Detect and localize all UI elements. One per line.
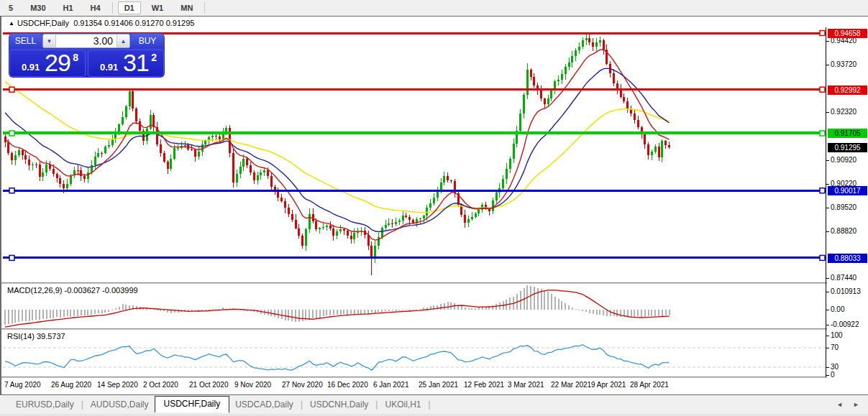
date-axis-label: 16 Dec 2020 (327, 381, 368, 389)
price-tick-label: 0.93720 (831, 60, 856, 68)
buy-price-big: 31 (123, 49, 149, 77)
macd-tick-label: 0.010913 (831, 287, 861, 295)
buy-price-pip: 2 (151, 52, 157, 63)
axis-tick (826, 231, 829, 232)
chart-symbol-period: USDCHF,Daily (17, 19, 69, 27)
price-tick-label: 0.87440 (831, 274, 856, 282)
axis-tick (826, 292, 829, 292)
tab-usdcnh-daily[interactable]: USDCNH,Daily (304, 397, 374, 412)
axis-tick (826, 375, 829, 376)
date-axis-label: 12 Feb 2021 (464, 381, 504, 389)
toolbar-separator (204, 2, 205, 14)
tab-scroll-left-icon[interactable]: ◄ (836, 400, 843, 409)
price-tick-label: 0.94420 (831, 37, 856, 45)
buy-button[interactable]: BUY (131, 34, 164, 48)
axis-tick (826, 278, 829, 279)
chart-ohlc-values: 0.91354 0.91406 0.91270 0.91295 (73, 19, 194, 27)
volume-spinner: ▼ 3.00 ▲ (42, 34, 130, 48)
timeframe-button-5[interactable]: 5 (2, 1, 19, 14)
date-axis-label: 26 Aug 2020 (51, 381, 91, 389)
tab-separator: | (375, 399, 378, 410)
tab-separator: | (301, 399, 303, 410)
date-axis-label: 6 Jan 2021 (373, 381, 409, 389)
sell-price-big: 29 (45, 49, 70, 77)
tab-separator: | (81, 399, 83, 410)
mt4-terminal: 5M30H1H4D1W1MN ▲USDCHF,Daily 0.91354 0.9… (0, 0, 868, 416)
sell-price-prefix: 0.91 (22, 62, 40, 73)
axis-tick (826, 65, 829, 65)
date-axis-label: 7 Aug 2020 (4, 381, 41, 389)
date-axis-label: 9 Apr 2021 (591, 381, 626, 389)
volume-decrease-button[interactable]: ▼ (43, 34, 55, 47)
date-axis-label: 22 Mar 2021 (551, 381, 591, 389)
rsi-tick-label: 100 (831, 331, 843, 339)
rsi-tick-label: 70 (831, 343, 839, 351)
chart-tab-bar: EURUSD,Daily|AUDUSD,DailyUSDCHF,DailyUSD… (0, 396, 868, 413)
date-axis-label: 3 Mar 2021 (508, 381, 544, 389)
toolbar-separator (112, 2, 113, 14)
axis-tick (826, 112, 829, 113)
tab-scroll-right-icon[interactable]: ► (853, 400, 859, 409)
chart-title: ▲USDCHF,Daily 0.91354 0.91406 0.91270 0.… (9, 19, 194, 27)
timeframe-toolbar: 5M30H1H4D1W1MN (0, 0, 868, 15)
macd-tick-label: -0.00922 (831, 320, 859, 328)
price-axis[interactable]: 0.944200.937200.923200.909200.902200.895… (826, 17, 868, 377)
price-badge-0-91705: 0.91705 (828, 129, 867, 138)
date-axis-label: 21 Oct 2020 (189, 381, 228, 389)
tab-separator: | (428, 399, 430, 410)
timeframe-button-d1[interactable]: D1 (118, 1, 141, 14)
date-axis-label: 25 Jan 2021 (419, 381, 458, 389)
axis-tick (826, 41, 829, 42)
axis-tick (826, 325, 829, 325)
chart-window: ▲USDCHF,Daily 0.91354 0.91406 0.91270 0.… (0, 16, 868, 395)
tab-eurusd-daily[interactable]: EURUSD,Daily (10, 397, 80, 412)
axis-tick (826, 336, 829, 336)
price-badge-0-91295: 0.91295 (828, 143, 867, 152)
buy-price-prefix: 0.91 (100, 62, 118, 73)
macd-tick-label: 0.00 (831, 305, 844, 313)
tab-audusd-daily[interactable]: AUDUSD,Daily (85, 397, 155, 412)
date-axis[interactable]: 7 Aug 202026 Aug 202014 Sep 20202 Oct 20… (3, 378, 826, 394)
timeframe-button-m30[interactable]: M30 (24, 1, 52, 14)
price-badge-0-92992: 0.92992 (828, 85, 867, 95)
tab-usdcad-daily[interactable]: USDCAD,Daily (229, 397, 299, 412)
date-axis-label: 2 Oct 2020 (143, 381, 178, 389)
price-tick-label: 0.92320 (831, 108, 856, 116)
axis-tick (826, 367, 829, 368)
price-tick-label: 0.88820 (831, 227, 856, 235)
timeframe-button-w1[interactable]: W1 (145, 1, 170, 14)
sell-price-pip: 8 (73, 52, 78, 63)
price-badge-0-90017: 0.90017 (828, 186, 867, 195)
date-axis-label: 14 Sep 2020 (97, 381, 138, 389)
rsi-tick-label: 30 (831, 363, 839, 371)
sell-button[interactable]: SELL (9, 34, 42, 48)
volume-input[interactable]: 3.00 (55, 34, 117, 47)
axis-tick (826, 184, 829, 185)
tab-usdchf-daily[interactable]: USDCHF,Daily (155, 396, 230, 412)
axis-tick (826, 160, 829, 161)
axis-tick (826, 310, 829, 310)
axis-tick (826, 348, 829, 348)
rsi-tick-label: 0 (831, 371, 835, 379)
volume-increase-button[interactable]: ▲ (117, 34, 129, 47)
buy-price-box[interactable]: 0.91 31 2 (88, 50, 164, 77)
timeframe-button-h1[interactable]: H1 (57, 1, 80, 14)
collapse-triangle-icon[interactable]: ▲ (9, 20, 14, 27)
axis-tick (826, 208, 829, 208)
timeframe-button-h4[interactable]: H4 (84, 1, 107, 14)
rsi-pane (3, 330, 826, 376)
date-axis-label: 28 Apr 2021 (630, 381, 669, 389)
timeframe-button-mn[interactable]: MN (174, 1, 199, 14)
one-click-trading-panel: SELL ▼ 3.00 ▲ BUY 0.91 29 8 0.91 31 2 (9, 33, 165, 78)
price-tick-label: 0.89520 (831, 203, 856, 211)
date-axis-label: 9 Nov 2020 (234, 381, 271, 389)
price-tick-label: 0.90920 (831, 156, 856, 164)
price-badge-0-88033: 0.88033 (828, 254, 867, 263)
tab-ukoil-h1[interactable]: UKOil,H1 (379, 397, 426, 412)
sell-price-box[interactable]: 0.91 29 8 (9, 50, 86, 77)
date-axis-label: 27 Nov 2020 (282, 381, 323, 389)
macd-pane (3, 284, 826, 328)
price-badge-0-94658: 0.94658 (828, 29, 867, 38)
